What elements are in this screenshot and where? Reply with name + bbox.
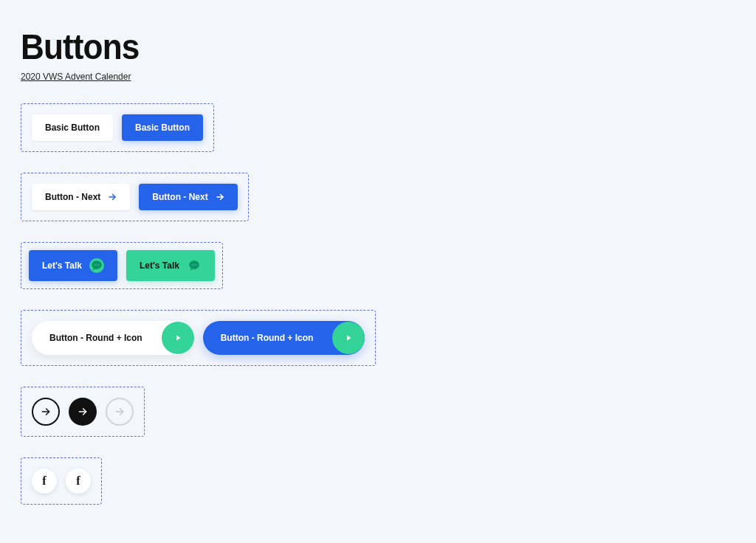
play-icon [332, 322, 365, 354]
play-icon [162, 322, 194, 354]
arrow-right-icon [216, 193, 224, 201]
svg-marker-9 [347, 336, 351, 341]
svg-point-5 [192, 264, 193, 266]
arrow-right-icon [41, 407, 51, 417]
talk-button-blue[interactable]: Let's Talk [29, 250, 117, 281]
svg-point-7 [196, 264, 197, 266]
group-talk: Let's Talk Let's Talk [21, 242, 223, 289]
next-button-label: Button - Next [45, 192, 100, 202]
talk-button-label: Let's Talk [42, 260, 82, 271]
group-circles [21, 387, 145, 437]
facebook-icon: f [76, 474, 80, 488]
chat-bubble-icon [187, 258, 202, 273]
next-button-label: Button - Next [152, 192, 207, 202]
round-button-label: Button - Round + Icon [203, 321, 333, 355]
arrow-right-icon [108, 193, 117, 201]
group-next: Button - Next Button - Next [21, 173, 249, 221]
svg-point-3 [96, 264, 97, 266]
next-button-white[interactable]: Button - Next [32, 184, 130, 210]
chat-bubble-icon [89, 258, 104, 273]
talk-button-label: Let's Talk [140, 260, 179, 271]
circle-button-outline[interactable] [32, 398, 60, 426]
circle-button-black[interactable] [69, 398, 97, 426]
circle-button-grey[interactable] [106, 398, 134, 426]
svg-point-2 [94, 264, 96, 266]
round-button-label: Button - Round + Icon [32, 321, 162, 355]
facebook-button[interactable]: f [32, 468, 57, 494]
arrow-right-icon [78, 407, 88, 417]
svg-point-4 [98, 264, 100, 266]
group-basic: Basic Button Basic Button [21, 103, 214, 152]
round-button-blue[interactable]: Button - Round + Icon [203, 321, 365, 355]
talk-button-green[interactable]: Let's Talk [126, 250, 215, 281]
round-button-white[interactable]: Button - Round + Icon [32, 321, 194, 355]
basic-button-blue[interactable]: Basic Button [122, 114, 203, 141]
basic-button-white[interactable]: Basic Button [32, 114, 113, 141]
svg-point-6 [193, 264, 195, 266]
subtitle-link[interactable]: 2020 VWS Advent Calender [21, 72, 131, 82]
arrow-right-icon [114, 407, 125, 417]
group-round: Button - Round + Icon Button - Round + I… [21, 310, 376, 366]
facebook-icon: f [42, 474, 46, 488]
facebook-button[interactable]: f [66, 468, 91, 494]
next-button-blue[interactable]: Button - Next [139, 184, 237, 210]
page-title: Buttons [21, 27, 678, 67]
group-social: f f [21, 457, 102, 505]
svg-marker-8 [176, 336, 181, 341]
